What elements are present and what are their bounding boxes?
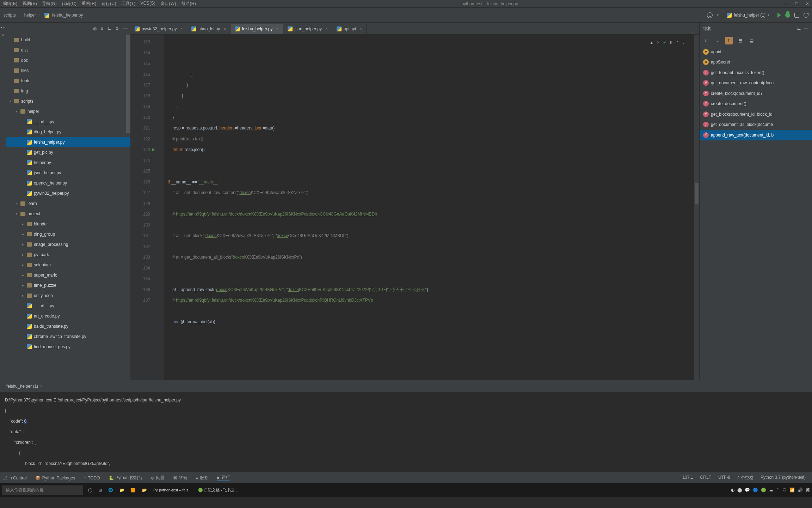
code-line[interactable]: at = append_raw_text("doxcnKCXEe9bVuKap2… [164,284,694,295]
tree-file[interactable]: get_pic.py [6,147,130,157]
tree-folder[interactable]: ▾project [6,208,130,219]
editor-tab[interactable]: shao_lei.py× [187,24,230,34]
tree-folder[interactable]: ▸image_processing [6,239,130,249]
debug-button[interactable] [785,13,790,18]
chevron-down-icon[interactable]: ⌄ [682,37,685,48]
tree-folder[interactable]: ▸blender [6,219,130,229]
tree-folder[interactable]: ▸py_bark [6,249,130,260]
minimize-button[interactable]: — [783,1,788,6]
editor-tab[interactable]: api.pyi× [332,24,367,34]
tray-icon[interactable]: ⬤ [737,488,742,492]
show-fields-icon[interactable]: f [725,37,733,44]
close-icon[interactable]: × [223,26,226,31]
bottom-tab[interactable]: ⎇n Control [3,476,27,480]
tabs-more-icon[interactable]: ⋮ [687,28,699,34]
tray-icon[interactable]: 📶 [789,488,795,492]
menu-item[interactable]: 代码(C) [62,1,76,7]
tree-file[interactable]: chrome_switch_translate.py [6,331,130,341]
code-line[interactable]: # at = get_document_raw_content("doxcnKC… [164,187,694,198]
tree-file[interactable]: opencv_helper.py [6,178,130,188]
autoscroll-icon[interactable]: ⬒ [736,37,744,44]
bottom-tab[interactable]: ≡TODO [84,476,100,480]
scrollbar[interactable] [126,35,130,133]
tree-file[interactable]: helper.py [6,157,130,168]
structure-item[interactable]: fcreate_document() [700,99,812,109]
menu-item[interactable]: 重构(R) [81,1,96,7]
more-run-button[interactable] [804,13,808,18]
tray-icon[interactable]: 🟢 [761,488,766,492]
hide-icon[interactable]: — [804,26,808,31]
status-sdk[interactable]: Python 3.7 (python-test) [761,475,806,481]
tree-folder[interactable]: fonts [6,75,130,86]
collapse-icon[interactable]: ⇆ [797,26,801,31]
code-line[interactable]: resp = requests.post(url, headers=header… [164,123,694,134]
tree-folder[interactable]: ▸time_puzzle [6,280,130,290]
breadcrumb-item[interactable]: scripts [4,13,16,18]
tree-folder[interactable]: ▾helper [6,106,130,116]
maximize-button[interactable]: ☐ [795,1,799,6]
close-icon[interactable]: × [325,26,328,31]
structure-item[interactable]: fget_document_all_block(docume [700,120,812,130]
editor-tab[interactable]: json_helper.py× [283,24,332,34]
code-line[interactable]: print(jh.format_dict(at)) [164,316,694,327]
structure-item[interactable]: fcreate_block(document_id) [700,88,812,99]
hide-icon[interactable]: — [123,26,128,31]
user-icon[interactable] [707,12,713,18]
code-line[interactable] [164,166,694,177]
editor-scrollbar[interactable] [694,35,699,380]
close-icon[interactable]: × [40,384,43,389]
tray-icon[interactable]: ◐ [731,488,734,492]
status-lf[interactable]: CRLF [700,475,711,481]
tray-icon[interactable]: ⌃ [776,488,780,492]
tree-file[interactable]: baidu_translate.py [6,321,130,331]
tree-file[interactable]: __init__.py [6,116,130,127]
tree-folder[interactable]: ▸super_mario [6,270,130,280]
bottom-tab[interactable]: ▸服务 [196,475,208,481]
tray-icon[interactable]: 🛡 [782,488,787,492]
tree-file[interactable]: art_qrcode.py [6,311,130,321]
bottom-tab[interactable]: 🐍Python 控制台 [109,475,143,481]
structure-item[interactable]: vappSecret [700,57,812,68]
code-line[interactable]: # at = get_document_all_block("doxcnKCXE… [164,252,694,263]
taskbar-app[interactable]: 📂 [139,485,150,495]
menu-item[interactable]: 运行(U) [102,1,116,7]
menu-item[interactable]: 窗口(W) [160,1,176,7]
code-line[interactable] [164,241,694,252]
tray-icon[interactable]: 💬 [745,488,750,492]
menu-item[interactable]: 视图(V) [23,1,37,7]
menu-item[interactable]: 工具(T) [121,1,136,7]
code-line[interactable] [164,220,694,231]
taskbar-app[interactable]: 🌐 [105,485,116,495]
autoscroll-from-icon[interactable]: ⬓ [748,37,755,44]
sort-icon[interactable]: ↓ᴬ [702,37,710,44]
taskbar-app[interactable]: 🟢 日记文档 - 飞书云... [195,485,241,495]
bottom-tab[interactable]: ⌘终端 [173,475,187,481]
code-line[interactable]: ] [164,101,694,112]
menu-item[interactable]: 编辑(E) [3,1,18,7]
code-line[interactable]: ] [164,69,694,80]
tree-folder[interactable]: build [6,35,130,45]
structure-item[interactable]: fget_document_raw_content(docu [700,78,812,89]
chevron-up-icon[interactable]: ⌃ [676,37,679,48]
bottom-tab[interactable]: ⊘问题 [151,475,165,481]
code-line[interactable] [164,155,694,166]
code-line[interactable]: # at = get_block("doxcnKCXEe9bVuKap26ISK… [164,230,694,241]
breadcrumb-item[interactable]: helper [24,13,36,18]
tray-icon[interactable]: 🔊 [798,488,803,492]
filter-icon[interactable]: ▿ [714,37,721,44]
taskbar-app[interactable]: Py python-test – feis... [150,485,195,495]
status-indent[interactable]: 4 个空格 [737,475,753,481]
tree-file[interactable]: feishu_helper.py [6,137,130,147]
close-icon[interactable]: × [276,26,279,31]
tree-file[interactable]: pywin32_helper.py [6,188,130,198]
editor-tab[interactable]: pywin32_helper.py× [130,24,187,34]
locate-icon[interactable]: ◎ [93,26,97,31]
tree-folder[interactable]: ▸learn [6,198,130,208]
breadcrumb-item[interactable]: feishu_helper.py [52,13,83,18]
code-line[interactable] [164,273,694,284]
tree-folder[interactable]: files [6,65,130,75]
run-config-selector[interactable]: feishu_helper (1) ▾ [723,11,773,19]
tray-ime[interactable]: 英 [806,487,810,493]
tree-folder[interactable]: ▸ding_group [6,229,130,239]
code-line[interactable] [164,306,694,317]
